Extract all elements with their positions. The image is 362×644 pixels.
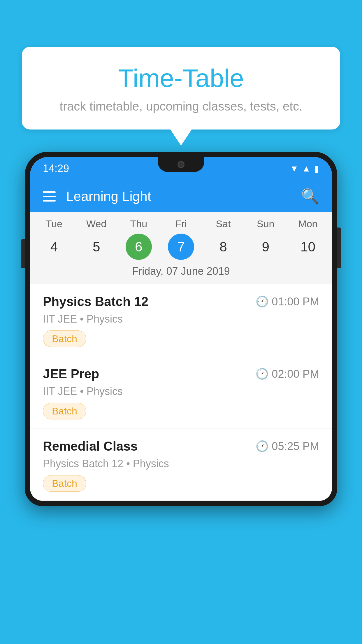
phone-mockup: 14:29 ▼ ▲ ▮ Learning Light [25, 152, 337, 644]
notch [158, 157, 204, 172]
schedule-subtitle: Physics Batch 12 • Physics [43, 458, 319, 470]
schedule-subtitle: IIT JEE • Physics [43, 313, 319, 325]
schedule-subtitle: IIT JEE • Physics [43, 385, 319, 398]
day-number[interactable]: 10 [295, 234, 321, 260]
day-col[interactable]: Tue4 [33, 218, 75, 260]
speech-bubble: Time-Table track timetable, upcoming cla… [22, 47, 340, 130]
day-number[interactable]: 8 [210, 234, 236, 260]
batch-badge: Batch [43, 475, 86, 492]
day-col[interactable]: Sat8 [202, 218, 245, 260]
schedule-item[interactable]: JEE Prep🕐02:00 PMIIT JEE • PhysicsBatch [30, 356, 332, 428]
day-col[interactable]: Wed5 [75, 218, 117, 260]
signal-icon: ▲ [302, 164, 311, 174]
day-name: Wed [86, 218, 106, 230]
schedule-item[interactable]: Physics Batch 12🕐01:00 PMIIT JEE • Physi… [30, 284, 332, 356]
battery-icon: ▮ [314, 164, 319, 174]
day-col[interactable]: Mon10 [287, 218, 329, 260]
camera-dot [178, 161, 184, 168]
clock-icon: 🕐 [256, 440, 269, 452]
days-row: Tue4Wed5Thu6Fri7Sat8Sun9Mon10 [30, 218, 332, 260]
app-bar: Learning Light 🔍 [30, 180, 332, 212]
bubble-subtitle: track timetable, upcoming classes, tests… [39, 99, 323, 113]
day-col[interactable]: Fri7 [160, 218, 202, 260]
schedule-list: Physics Batch 12🕐01:00 PMIIT JEE • Physi… [30, 284, 332, 501]
time-text: 05:25 PM [272, 440, 319, 453]
day-col[interactable]: Thu6 [117, 218, 160, 260]
time-text: 01:00 PM [272, 295, 319, 308]
day-name: Sat [216, 218, 231, 230]
schedule-time: 🕐02:00 PM [256, 368, 319, 380]
batch-badge: Batch [43, 403, 86, 419]
schedule-item-header: Physics Batch 12🕐01:00 PM [43, 294, 319, 309]
day-name: Fri [175, 218, 187, 230]
day-name: Mon [298, 218, 317, 230]
day-name: Thu [130, 218, 147, 230]
status-bar: 14:29 ▼ ▲ ▮ [30, 157, 332, 180]
hamburger-menu[interactable] [43, 191, 56, 202]
day-number[interactable]: 5 [83, 234, 110, 260]
day-number[interactable]: 9 [252, 234, 279, 260]
clock-icon: 🕐 [256, 368, 269, 380]
day-number[interactable]: 4 [41, 234, 67, 260]
schedule-item-title: Remedial Class [43, 439, 138, 454]
calendar-strip: Tue4Wed5Thu6Fri7Sat8Sun9Mon10 Friday, 07… [30, 212, 332, 284]
schedule-time: 🕐05:25 PM [256, 440, 319, 453]
schedule-item[interactable]: Remedial Class🕐05:25 PMPhysics Batch 12 … [30, 428, 332, 501]
selected-date: Friday, 07 June 2019 [30, 260, 332, 284]
time-text: 02:00 PM [272, 368, 319, 380]
search-button[interactable]: 🔍 [301, 188, 319, 205]
day-name: Sun [257, 218, 275, 230]
schedule-item-header: JEE Prep🕐02:00 PM [43, 367, 319, 381]
app-title: Learning Light [66, 188, 291, 204]
schedule-item-title: Physics Batch 12 [43, 294, 148, 309]
batch-badge: Batch [43, 330, 86, 347]
speech-bubble-container: Time-Table track timetable, upcoming cla… [22, 47, 340, 130]
schedule-time: 🕐01:00 PM [256, 295, 319, 308]
day-number[interactable]: 7 [168, 234, 194, 260]
day-col[interactable]: Sun9 [245, 218, 287, 260]
schedule-item-header: Remedial Class🕐05:25 PM [43, 439, 319, 454]
status-icons: ▼ ▲ ▮ [290, 164, 319, 174]
phone-inner: 14:29 ▼ ▲ ▮ Learning Light [30, 157, 332, 501]
phone-outer: 14:29 ▼ ▲ ▮ Learning Light [25, 152, 337, 506]
bubble-title: Time-Table [39, 64, 323, 92]
day-number[interactable]: 6 [126, 234, 152, 260]
clock-icon: 🕐 [256, 295, 269, 308]
day-name: Tue [46, 218, 62, 230]
status-time: 14:29 [43, 162, 69, 175]
schedule-item-title: JEE Prep [43, 367, 99, 381]
wifi-icon: ▼ [290, 164, 299, 174]
